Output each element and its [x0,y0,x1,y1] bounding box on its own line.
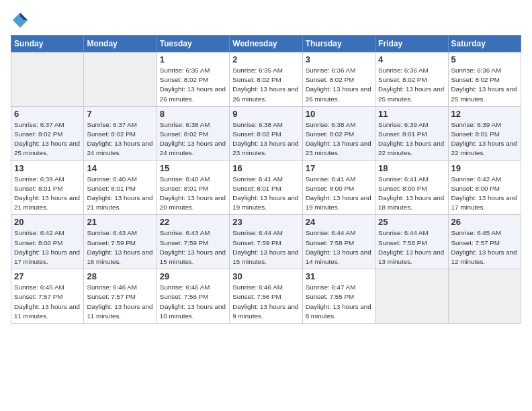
day-info: Sunrise: 6:35 AM Sunset: 8:02 PM Dayligh… [232,66,299,104]
day-number: 1 [160,54,226,64]
day-info: Sunrise: 6:38 AM Sunset: 8:02 PM Dayligh… [232,120,299,158]
day-number: 13 [14,163,81,173]
day-number: 11 [378,109,445,119]
calendar-cell: 10Sunrise: 6:38 AM Sunset: 8:02 PM Dayli… [302,106,375,161]
day-info: Sunrise: 6:37 AM Sunset: 8:02 PM Dayligh… [87,120,153,158]
day-info: Sunrise: 6:36 AM Sunset: 8:02 PM Dayligh… [306,66,372,104]
day-number: 22 [160,217,226,227]
calendar-cell: 11Sunrise: 6:39 AM Sunset: 8:01 PM Dayli… [375,106,448,161]
calendar-cell: 26Sunrise: 6:45 AM Sunset: 7:57 PM Dayli… [448,215,521,269]
calendar-header-row: SundayMondayTuesdayWednesdayThursdayFrid… [11,36,521,52]
day-number: 28 [87,271,153,281]
day-number: 5 [451,54,518,64]
day-info: Sunrise: 6:39 AM Sunset: 8:01 PM Dayligh… [378,120,445,158]
day-info: Sunrise: 6:45 AM Sunset: 7:57 PM Dayligh… [14,283,81,321]
day-number: 27 [14,271,81,281]
day-info: Sunrise: 6:43 AM Sunset: 7:59 PM Dayligh… [87,228,153,267]
day-number: 9 [232,109,299,119]
calendar-cell: 21Sunrise: 6:43 AM Sunset: 7:59 PM Dayli… [84,215,157,269]
calendar-cell: 17Sunrise: 6:41 AM Sunset: 8:00 PM Dayli… [302,161,375,215]
calendar-cell: 9Sunrise: 6:38 AM Sunset: 8:02 PM Daylig… [230,106,302,161]
day-header-sunday: Sunday [11,36,84,52]
day-info: Sunrise: 6:35 AM Sunset: 8:02 PM Dayligh… [160,66,226,104]
calendar-table: SundayMondayTuesdayWednesdayThursdayFrid… [11,35,521,324]
day-number: 24 [306,217,372,227]
calendar-cell: 12Sunrise: 6:39 AM Sunset: 8:01 PM Dayli… [448,106,521,161]
day-header-tuesday: Tuesday [157,36,229,52]
day-number: 31 [306,271,372,281]
day-number: 7 [87,109,153,119]
day-info: Sunrise: 6:44 AM Sunset: 7:58 PM Dayligh… [378,228,445,267]
calendar-cell: 13Sunrise: 6:39 AM Sunset: 8:01 PM Dayli… [11,161,84,215]
day-number: 19 [451,163,518,173]
day-header-thursday: Thursday [302,36,375,52]
calendar-cell: 15Sunrise: 6:40 AM Sunset: 8:01 PM Dayli… [157,161,229,215]
calendar-cell: 30Sunrise: 6:46 AM Sunset: 7:56 PM Dayli… [230,269,302,324]
day-info: Sunrise: 6:41 AM Sunset: 8:00 PM Dayligh… [306,175,372,213]
logo-icon [11,11,30,30]
calendar-cell: 7Sunrise: 6:37 AM Sunset: 8:02 PM Daylig… [84,106,157,161]
day-number: 3 [306,54,372,64]
day-info: Sunrise: 6:38 AM Sunset: 8:02 PM Dayligh… [306,120,372,158]
day-number: 21 [87,217,153,227]
calendar-cell: 22Sunrise: 6:43 AM Sunset: 7:59 PM Dayli… [157,215,229,269]
day-header-wednesday: Wednesday [230,36,302,52]
calendar-week-4: 20Sunrise: 6:42 AM Sunset: 8:00 PM Dayli… [11,215,521,269]
calendar-cell: 31Sunrise: 6:47 AM Sunset: 7:55 PM Dayli… [302,269,375,324]
calendar-cell: 2Sunrise: 6:35 AM Sunset: 8:02 PM Daylig… [230,52,302,107]
day-number: 29 [160,271,226,281]
calendar-week-3: 13Sunrise: 6:39 AM Sunset: 8:01 PM Dayli… [11,161,521,215]
day-number: 15 [160,163,226,173]
calendar-cell: 6Sunrise: 6:37 AM Sunset: 8:02 PM Daylig… [11,106,84,161]
day-info: Sunrise: 6:40 AM Sunset: 8:01 PM Dayligh… [160,175,226,213]
calendar-cell: 19Sunrise: 6:42 AM Sunset: 8:00 PM Dayli… [448,161,521,215]
day-number: 12 [451,109,518,119]
day-number: 25 [378,217,445,227]
calendar-week-5: 27Sunrise: 6:45 AM Sunset: 7:57 PM Dayli… [11,269,521,324]
day-info: Sunrise: 6:40 AM Sunset: 8:01 PM Dayligh… [87,175,153,213]
day-number: 10 [306,109,372,119]
day-number: 16 [232,163,299,173]
day-number: 4 [378,54,445,64]
day-number: 17 [306,163,372,173]
day-info: Sunrise: 6:44 AM Sunset: 7:58 PM Dayligh… [306,228,372,267]
day-number: 26 [451,217,518,227]
day-info: Sunrise: 6:39 AM Sunset: 8:01 PM Dayligh… [14,175,81,213]
calendar-cell: 28Sunrise: 6:46 AM Sunset: 7:57 PM Dayli… [84,269,157,324]
day-number: 2 [232,54,299,64]
day-info: Sunrise: 6:42 AM Sunset: 8:00 PM Dayligh… [14,228,81,267]
logo [11,11,32,30]
day-info: Sunrise: 6:36 AM Sunset: 8:02 PM Dayligh… [451,66,518,104]
day-number: 18 [378,163,445,173]
day-info: Sunrise: 6:37 AM Sunset: 8:02 PM Dayligh… [14,120,81,158]
calendar-cell [448,269,521,324]
calendar-cell: 23Sunrise: 6:44 AM Sunset: 7:59 PM Dayli… [230,215,302,269]
calendar-cell: 27Sunrise: 6:45 AM Sunset: 7:57 PM Dayli… [11,269,84,324]
calendar-week-2: 6Sunrise: 6:37 AM Sunset: 8:02 PM Daylig… [11,106,521,161]
calendar-cell: 20Sunrise: 6:42 AM Sunset: 8:00 PM Dayli… [11,215,84,269]
calendar-cell: 8Sunrise: 6:38 AM Sunset: 8:02 PM Daylig… [157,106,229,161]
calendar-cell: 18Sunrise: 6:41 AM Sunset: 8:00 PM Dayli… [375,161,448,215]
day-info: Sunrise: 6:36 AM Sunset: 8:02 PM Dayligh… [378,66,445,104]
calendar-cell: 4Sunrise: 6:36 AM Sunset: 8:02 PM Daylig… [375,52,448,107]
day-number: 23 [232,217,299,227]
day-number: 8 [160,109,226,119]
day-info: Sunrise: 6:46 AM Sunset: 7:56 PM Dayligh… [160,283,226,321]
calendar-cell: 25Sunrise: 6:44 AM Sunset: 7:58 PM Dayli… [375,215,448,269]
day-info: Sunrise: 6:38 AM Sunset: 8:02 PM Dayligh… [160,120,226,158]
calendar-cell: 3Sunrise: 6:36 AM Sunset: 8:02 PM Daylig… [302,52,375,107]
calendar-cell [375,269,448,324]
day-number: 6 [14,109,81,119]
calendar-cell: 16Sunrise: 6:41 AM Sunset: 8:01 PM Dayli… [230,161,302,215]
day-info: Sunrise: 6:46 AM Sunset: 7:56 PM Dayligh… [232,283,299,321]
day-info: Sunrise: 6:41 AM Sunset: 8:01 PM Dayligh… [232,175,299,213]
day-number: 20 [14,217,81,227]
page-header [11,11,521,30]
day-info: Sunrise: 6:45 AM Sunset: 7:57 PM Dayligh… [451,228,518,267]
calendar-cell [84,52,157,107]
calendar-cell [11,52,84,107]
calendar-cell: 14Sunrise: 6:40 AM Sunset: 8:01 PM Dayli… [84,161,157,215]
day-info: Sunrise: 6:44 AM Sunset: 7:59 PM Dayligh… [232,228,299,267]
calendar-week-1: 1Sunrise: 6:35 AM Sunset: 8:02 PM Daylig… [11,52,521,107]
calendar-cell: 24Sunrise: 6:44 AM Sunset: 7:58 PM Dayli… [302,215,375,269]
